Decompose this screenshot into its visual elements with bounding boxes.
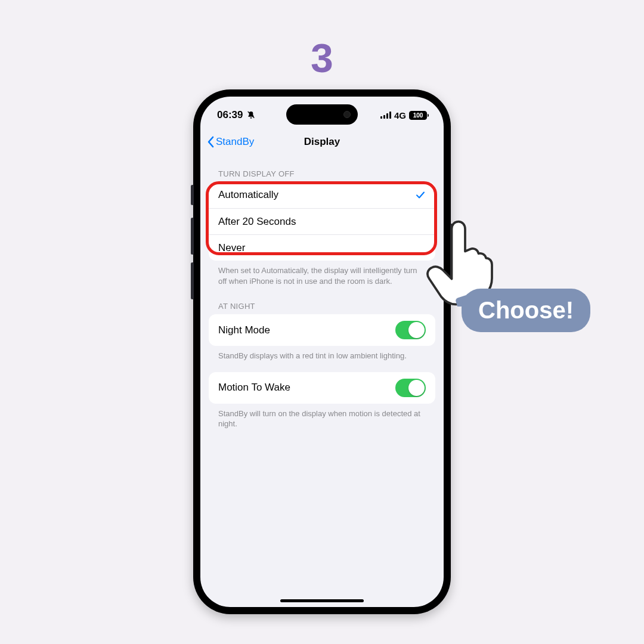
status-network: 4G <box>394 110 406 120</box>
step-number: 3 <box>311 35 333 81</box>
signal-icon <box>380 112 391 119</box>
option-automatically[interactable]: Automatically <box>209 182 435 208</box>
night-mode-card: Night Mode <box>209 314 435 346</box>
chevron-left-icon <box>206 136 215 148</box>
turn-off-footer: When set to Automatically, the display w… <box>209 261 435 286</box>
night-mode-footer: StandBy displays with a red tint in low … <box>209 346 435 361</box>
option-label: After 20 Seconds <box>218 216 296 228</box>
status-bar: 06:39 4G 100 <box>200 97 444 129</box>
motion-wake-toggle[interactable] <box>395 379 426 397</box>
option-never[interactable]: Never <box>209 234 435 261</box>
status-time: 06:39 <box>217 109 243 121</box>
volume-button <box>191 185 194 205</box>
power-button <box>450 224 453 281</box>
back-button[interactable]: StandBy <box>206 129 254 155</box>
night-mode-toggle[interactable] <box>395 321 426 339</box>
phone-frame: 06:39 4G 100 StandBy Display TURN DISPLA… <box>193 89 451 614</box>
option-label: Never <box>218 242 245 254</box>
option-after-20-seconds[interactable]: After 20 Seconds <box>209 208 435 234</box>
motion-wake-footer: StandBy will turn on the display when mo… <box>209 404 435 429</box>
callout-bubble: Choose! <box>462 289 590 332</box>
night-mode-row: Night Mode <box>209 314 435 346</box>
motion-wake-label: Motion To Wake <box>218 382 290 394</box>
screen: 06:39 4G 100 StandBy Display TURN DISPLA… <box>200 97 444 607</box>
battery-icon: 100 <box>409 111 427 120</box>
home-indicator <box>280 599 364 602</box>
turn-off-card: Automatically After 20 Seconds Never <box>209 182 435 261</box>
back-label: StandBy <box>216 136 254 148</box>
checkmark-icon <box>415 190 426 200</box>
nav-title: Display <box>304 136 340 148</box>
nav-bar: StandBy Display <box>200 129 444 155</box>
section-header-turn-off: TURN DISPLAY OFF <box>209 161 435 182</box>
settings-content: TURN DISPLAY OFF Automatically After 20 … <box>200 155 444 607</box>
option-label: Automatically <box>218 189 278 201</box>
night-mode-label: Night Mode <box>218 324 270 336</box>
volume-button <box>191 262 194 299</box>
motion-wake-card: Motion To Wake <box>209 372 435 404</box>
section-header-at-night: AT NIGHT <box>209 286 435 314</box>
volume-button <box>191 218 194 255</box>
silent-icon <box>246 110 256 120</box>
motion-wake-row: Motion To Wake <box>209 372 435 404</box>
